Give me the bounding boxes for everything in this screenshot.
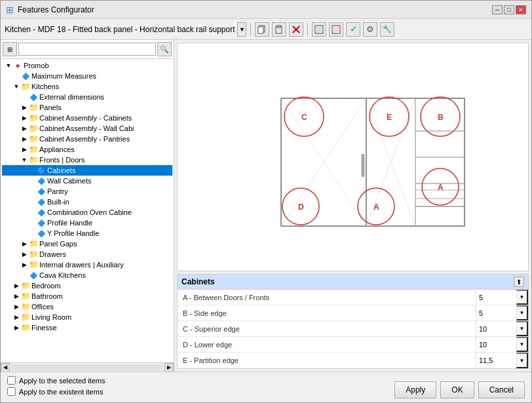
expand-icon-bathroom[interactable]: ▶ (12, 292, 20, 300)
ok-button[interactable]: OK (440, 381, 474, 398)
expand-icon-fronts[interactable]: ▼ (20, 156, 28, 164)
search-input[interactable] (18, 43, 156, 56)
tree-item-cab-assembly-cab[interactable]: ▶ 📁 Cabinet Assembly - Cabinets (2, 113, 172, 123)
tree-item-drawers[interactable]: ▶ 📁 Drawers (2, 249, 172, 259)
expand-icon-cab-pantries[interactable]: ▶ (20, 135, 28, 143)
tree-item-wall-cabinets[interactable]: ▶ 🔷 Wall Cabinets (2, 176, 172, 186)
prop-dropdown-c[interactable]: ▼ (516, 321, 528, 336)
prop-dropdown-e[interactable]: ▼ (516, 353, 528, 368)
export1-button[interactable] (312, 22, 326, 37)
prop-label-d: D - Lower edge (178, 341, 476, 349)
settings1-button[interactable]: ✓ (346, 22, 360, 37)
expand-icon-promob[interactable]: ▼ (5, 62, 12, 69)
hscroll-track[interactable] (11, 364, 163, 371)
tree-item-max-measures[interactable]: ▶ 🔷 Maximum Measures (2, 71, 172, 81)
tree-label-built-in: Built-in (47, 198, 69, 206)
cancel-button[interactable]: Cancel (478, 381, 525, 398)
expand-icon-bedroom[interactable]: ▶ (12, 282, 20, 290)
left-panel: ⊞ 🔍 ▼ ● Promob ▶ 🔷 Maximum Measures (1, 40, 174, 372)
tree-item-external-dim[interactable]: ▶ 🔷 External dimensions (2, 92, 172, 102)
folder-icon-bathroom: 📁 (21, 292, 30, 301)
tree-label-finesse: Finesse (31, 324, 57, 332)
tree-item-finesse[interactable]: ▶ 📁 Finesse (2, 322, 172, 333)
prop-dropdown-a[interactable]: ▼ (516, 290, 528, 305)
prop-label-b: B - Side edge (178, 309, 476, 317)
expand-icon-finesse[interactable]: ▶ (12, 324, 20, 332)
paste-button[interactable] (272, 22, 286, 37)
tree-label-panels: Panels (39, 104, 62, 111)
expand-icon-cab-cab[interactable]: ▶ (20, 114, 28, 122)
tree-item-y-profile-handle[interactable]: ▶ 🔷 Y Profile Handle (2, 228, 172, 239)
tree-item-panel-gaps[interactable]: ▶ 📁 Panel Gaps (2, 239, 172, 249)
minimize-button[interactable]: ─ (492, 5, 503, 14)
expand-icon-cab-wall[interactable]: ▶ (20, 125, 28, 132)
scroll-right-button[interactable]: ▶ (164, 363, 174, 372)
tree-label-pantry: Pantry (47, 187, 68, 195)
folder-icon-panel-gaps: 📁 (29, 239, 38, 248)
expand-icon-kitchens[interactable]: ▼ (12, 83, 20, 90)
scroll-left-button[interactable]: ◀ (1, 363, 10, 372)
config-dropdown-button[interactable]: ▼ (237, 22, 246, 37)
tree-item-promob[interactable]: ▼ ● Promob (2, 60, 172, 71)
folder-icon-promob: ● (13, 61, 22, 70)
tree-label-cabinets: Cabinets (47, 166, 75, 174)
expand-icon-offices[interactable]: ▶ (12, 303, 20, 311)
tree-item-combination-oven[interactable]: ▶ 🔷 Combination Oven Cabine (2, 207, 172, 218)
export2-button[interactable] (329, 22, 343, 37)
tree-item-built-in[interactable]: ▶ 🔷 Built-in (2, 197, 172, 207)
expand-icon-panels[interactable]: ▶ (20, 104, 28, 111)
tree-item-internal-drawers[interactable]: ▶ 📁 Internal drawers | Auxiliary (2, 259, 172, 270)
tree-item-cabinets[interactable]: ▶ 🔷 Cabinets (2, 165, 172, 176)
folder-icon-offices: 📁 (21, 302, 30, 311)
tree-item-bedroom[interactable]: ▶ 📁 Bedroom (2, 280, 172, 291)
properties-area: Cabinets ⬆ A - Between Doors / Fronts 5 … (177, 274, 529, 369)
tree-item-panels[interactable]: ▶ 📁 Panels (2, 102, 172, 113)
search-button[interactable]: 🔍 (157, 42, 172, 56)
apply-selected-checkbox[interactable] (7, 376, 16, 385)
tree-item-pantry[interactable]: ▶ 🔷 Pantry (2, 186, 172, 197)
tree-item-offices[interactable]: ▶ 📁 Offices (2, 301, 172, 312)
expand-icon-ext: ▶ (20, 93, 28, 101)
property-row-d: D - Lower edge 10 ▼ (178, 337, 528, 353)
svg-rect-9 (333, 27, 339, 32)
checkbox-area: Apply to the selected items Apply to the… (7, 376, 105, 398)
filter-button[interactable]: ⊞ (3, 42, 17, 56)
tree-item-bathroom[interactable]: ▶ 📁 Bathroom (2, 291, 172, 301)
maximize-button[interactable]: □ (504, 5, 514, 14)
expand-icon-drawers[interactable]: ▶ (20, 250, 28, 258)
tree-item-profile-handle[interactable]: ▶ 🔷 Profile Handle (2, 218, 172, 228)
tree-item-cava-kitchens[interactable]: ▶ 🔷 Cava Kitchens (2, 270, 172, 280)
title-bar: ⊞ Features Configurator ─ □ ✕ (1, 1, 531, 19)
leaf-icon-built-in: 🔷 (37, 197, 46, 206)
expand-icon-int-drawers[interactable]: ▶ (20, 261, 28, 269)
svg-text:B: B (438, 113, 444, 122)
expand-icon-cava: ▶ (20, 271, 28, 279)
tree-item-appliances[interactable]: ▶ 📁 Appliances (2, 144, 172, 155)
tree-hscrollbar[interactable]: ◀ ▶ (1, 362, 174, 372)
expand-icon-pantry: ▶ (28, 187, 36, 195)
settings3-button[interactable]: 🔧 (380, 22, 394, 37)
apply-button[interactable]: Apply (394, 381, 436, 398)
prop-dropdown-d[interactable]: ▼ (516, 337, 528, 352)
tree-container: ▼ ● Promob ▶ 🔷 Maximum Measures ▼ 📁 Kitc… (1, 59, 174, 362)
tree-item-cab-assembly-wall[interactable]: ▶ 📁 Cabinet Assembly - Wall Cabi (2, 123, 172, 134)
tree-item-fronts-doors[interactable]: ▼ 📁 Fronts | Doors (2, 155, 172, 165)
settings2-button[interactable]: ⚙ (363, 22, 377, 37)
tree-item-cab-assembly-pantries[interactable]: ▶ 📁 Cabinet Assembly - Pantries (2, 134, 172, 144)
copy-button[interactable] (255, 22, 269, 37)
delete-button[interactable] (289, 22, 303, 37)
close-button[interactable]: ✕ (516, 5, 526, 14)
expand-icon-living-room[interactable]: ▶ (12, 313, 20, 321)
tree-label-living-room: Living Room (31, 313, 71, 321)
tree-label-int-drawers: Internal drawers | Auxiliary (39, 261, 124, 269)
prop-dropdown-b[interactable]: ▼ (516, 305, 528, 320)
toolbar-config-text: Kitchen - MDF 18 - Fitted back panel - H… (5, 25, 235, 34)
tree-item-living-room[interactable]: ▶ 📁 Living Room (2, 312, 172, 322)
collapse-button[interactable]: ⬆ (514, 277, 524, 287)
bottom-area: Apply to the selected items Apply to the… (1, 372, 531, 402)
svg-text:C: C (301, 113, 307, 122)
expand-icon-panel-gaps[interactable]: ▶ (20, 240, 28, 248)
tree-item-kitchens[interactable]: ▼ 📁 Kitchens (2, 81, 172, 92)
expand-icon-appliances[interactable]: ▶ (20, 145, 28, 153)
apply-existent-checkbox[interactable] (7, 387, 16, 396)
